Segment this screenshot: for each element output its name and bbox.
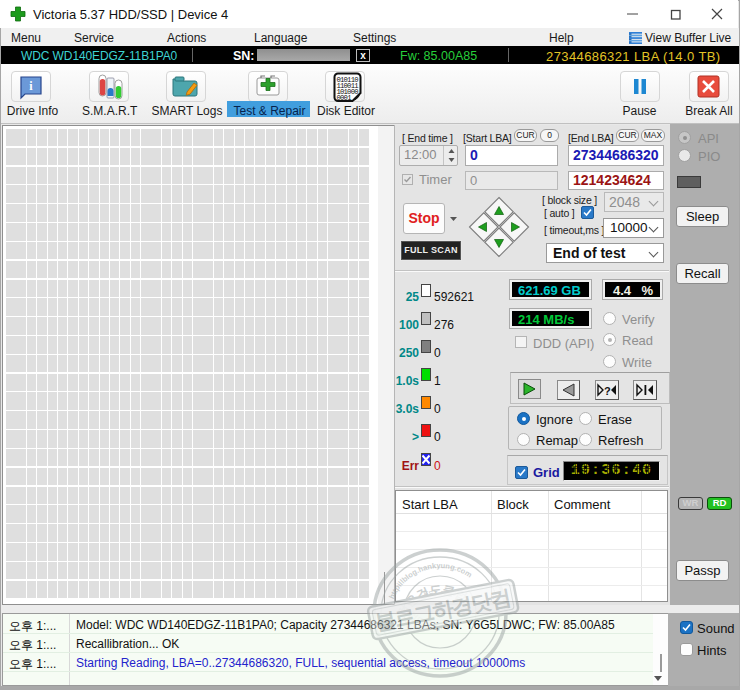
svg-text:0001: 0001 — [337, 94, 352, 102]
svg-text:?: ? — [604, 385, 611, 397]
